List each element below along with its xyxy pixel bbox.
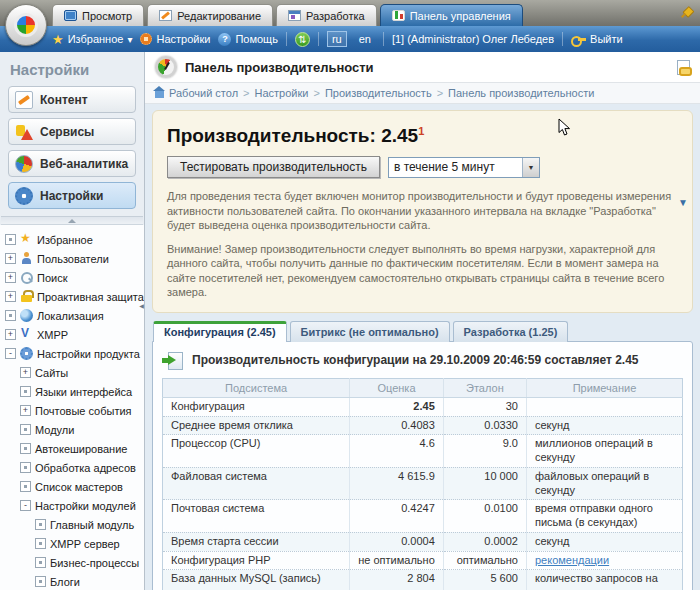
tree-expander-icon[interactable] xyxy=(20,481,31,492)
sidebar-button[interactable]: Сервисы xyxy=(8,118,136,145)
page-settings-icon[interactable] xyxy=(677,60,690,75)
tree-expander-icon[interactable] xyxy=(5,253,16,264)
tree-item[interactable]: Бизнес-процессы xyxy=(0,553,144,572)
tree-expander-icon[interactable] xyxy=(20,386,31,397)
tree-item[interactable]: Блоги xyxy=(0,572,144,590)
sidebar-splitter[interactable] xyxy=(1,216,143,225)
tree-expander-icon[interactable] xyxy=(20,462,31,473)
tree-item[interactable]: Языки интерфейса xyxy=(0,382,144,401)
table-header-cell: Примечание xyxy=(526,378,682,397)
sidebar-button-label: Контент xyxy=(40,93,88,107)
edit-icon xyxy=(159,10,172,21)
tree-item-label: Поиск xyxy=(37,272,67,284)
result-tab-label: Разработка (1.25) xyxy=(464,326,558,338)
settings-menu[interactable]: Настройки xyxy=(140,33,210,45)
tree-item-label: Автокеширование xyxy=(35,443,127,455)
tree-item[interactable]: Обработка адресов xyxy=(0,458,144,477)
result-line: Производительность конфигурации на 29.10… xyxy=(162,347,683,378)
tree-expander-icon[interactable] xyxy=(5,329,16,340)
tree-expander-icon[interactable] xyxy=(35,576,46,587)
sidebar-button[interactable]: Контент xyxy=(8,86,136,113)
home-icon[interactable] xyxy=(155,91,164,98)
tree-item[interactable]: XMPP сервер xyxy=(0,534,144,553)
breadcrumb-item[interactable]: Настройки > xyxy=(255,87,320,99)
top-tab-label: Панель управления xyxy=(410,10,511,22)
favorites-label: Избранное xyxy=(68,33,124,45)
tree-item[interactable]: Сайты xyxy=(0,363,144,382)
toolbar: Избранное Настройки Помощь ru en [1] (Ad… xyxy=(0,26,700,52)
help-label: Помощь xyxy=(235,33,278,45)
cell-score: 2 804 xyxy=(350,570,444,590)
tree-expander-icon[interactable] xyxy=(20,367,31,378)
recommendations-link[interactable]: рекомендации xyxy=(535,554,609,566)
tree-item[interactable]: Пользователи xyxy=(0,249,144,268)
performance-footnote: 1 xyxy=(418,125,424,137)
top-tab-label: Редактирование xyxy=(177,10,261,22)
result-tab[interactable]: Битрикс (не оптимально) xyxy=(290,321,450,342)
tree-item[interactable]: Автокеширование xyxy=(0,439,144,458)
tree-item[interactable]: Избранное xyxy=(0,230,144,249)
tree-item-label: Сайты xyxy=(35,367,68,379)
tree-item-label: Проактивная защита xyxy=(37,291,144,303)
tree-item[interactable]: Список мастеров xyxy=(0,477,144,496)
tree-expander-icon[interactable] xyxy=(20,443,31,454)
current-user[interactable]: [1] (Administrator) Олег Лебедев xyxy=(392,33,554,45)
cell-note: миллионов операций в секунду xyxy=(526,435,682,468)
top-tab[interactable]: Разработка xyxy=(276,4,377,26)
tree-expander-icon[interactable] xyxy=(20,405,31,416)
breadcrumb-item[interactable]: Панель производительности xyxy=(448,87,594,99)
tree-expander-icon[interactable] xyxy=(5,348,16,359)
toolbar-separator xyxy=(286,32,287,46)
breadcrumb: Рабочий стол > Настройки > Производитель… xyxy=(145,83,700,104)
tree-expander-icon[interactable] xyxy=(20,424,31,435)
tree-item[interactable]: Поиск xyxy=(0,268,144,287)
tabs-menu-caret-icon[interactable]: ▼ xyxy=(678,197,688,208)
tree-expander-icon[interactable] xyxy=(35,538,46,549)
result-tab[interactable]: Конфигурация (2.45) xyxy=(153,321,287,342)
gauge-icon xyxy=(155,56,177,78)
tree-expander-icon[interactable] xyxy=(35,557,46,568)
top-tab[interactable]: Панель управления xyxy=(380,4,523,26)
language-ru[interactable]: ru xyxy=(327,31,347,47)
sidebar-button[interactable]: Веб-аналитика xyxy=(8,150,136,177)
bitrix-logo[interactable] xyxy=(5,4,47,46)
tree-expander-icon[interactable] xyxy=(35,519,46,530)
result-tab[interactable]: Разработка (1.25) xyxy=(453,321,569,342)
tree-item-label: XMPP xyxy=(37,329,68,341)
help-menu[interactable]: Помощь xyxy=(218,33,278,46)
test-performance-button[interactable]: Тестировать производительность xyxy=(167,156,380,178)
clear-cache-icon[interactable] xyxy=(295,32,310,47)
favorites-menu[interactable]: Избранное xyxy=(52,32,132,47)
top-tab[interactable]: Редактирование xyxy=(147,4,273,26)
tree-item-label: XMPP сервер xyxy=(50,538,120,550)
tree-expander-icon[interactable] xyxy=(5,291,16,302)
cell-subsystem: База данных MySQL (запись) xyxy=(163,570,350,590)
tree-expander-icon[interactable] xyxy=(5,234,16,245)
tree-expander-icon[interactable] xyxy=(20,500,31,511)
logout-button[interactable]: Выйти xyxy=(571,33,623,45)
sidebar-collapse-handle[interactable]: ◀ xyxy=(138,292,145,318)
breadcrumb-item[interactable]: Производительность > xyxy=(325,87,443,99)
interval-select[interactable]: в течение 5 минут ▼ xyxy=(388,157,540,178)
tree-item[interactable]: Настройки модулей xyxy=(0,496,144,515)
tree-item[interactable]: Модули xyxy=(0,420,144,439)
top-tab-label: Просмотр xyxy=(82,10,132,22)
language-en[interactable]: en xyxy=(355,32,375,46)
tree-item-label: Избранное xyxy=(37,234,93,246)
tree-item[interactable]: Проактивная защита xyxy=(0,287,144,306)
pin-icon[interactable] xyxy=(676,3,696,23)
tree-expander-icon[interactable] xyxy=(5,272,16,283)
tree-item[interactable]: Настройки продукта xyxy=(0,344,144,363)
tree-item-label: Блоги xyxy=(50,576,80,588)
search-icon xyxy=(20,271,33,284)
tree-expander-icon[interactable] xyxy=(5,310,16,321)
tree-item[interactable]: XMPP xyxy=(0,325,144,344)
breadcrumb-item[interactable]: Рабочий стол > xyxy=(169,87,250,99)
top-tab[interactable]: Просмотр xyxy=(52,4,144,26)
cell-subsystem: Время старта сессии xyxy=(163,532,350,551)
tree-item[interactable]: Локализация xyxy=(0,306,144,325)
sidebar-button[interactable]: Настройки xyxy=(8,182,136,209)
tree-item[interactable]: Главный модуль xyxy=(0,515,144,534)
cell-note: время отправки одного письма (в секундах… xyxy=(526,500,682,533)
tree-item[interactable]: Почтовые события xyxy=(0,401,144,420)
